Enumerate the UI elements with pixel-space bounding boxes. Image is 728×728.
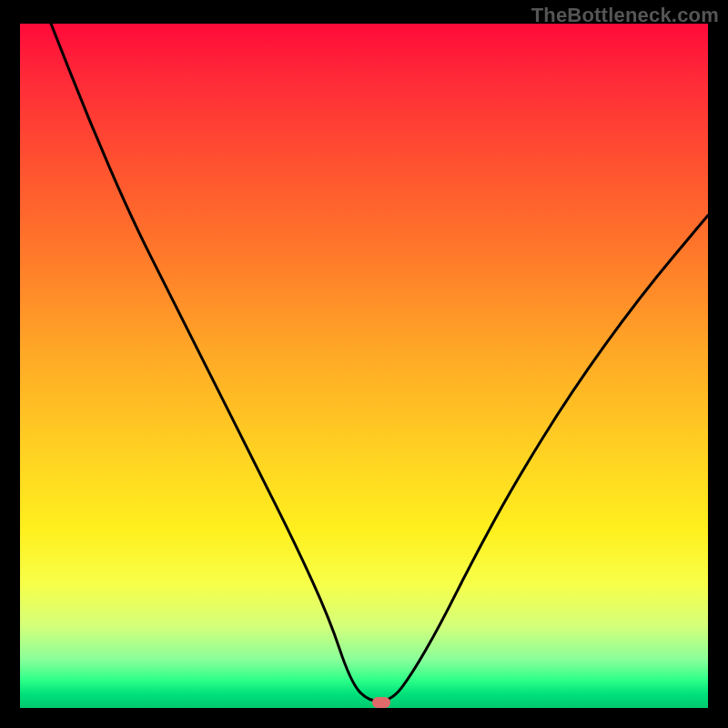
chart-frame: TheBottleneck.com — [0, 0, 728, 728]
curve-path — [51, 24, 708, 702]
curve-svg — [20, 24, 708, 708]
curve-minimum-marker — [372, 697, 390, 708]
plot-area — [20, 24, 708, 708]
